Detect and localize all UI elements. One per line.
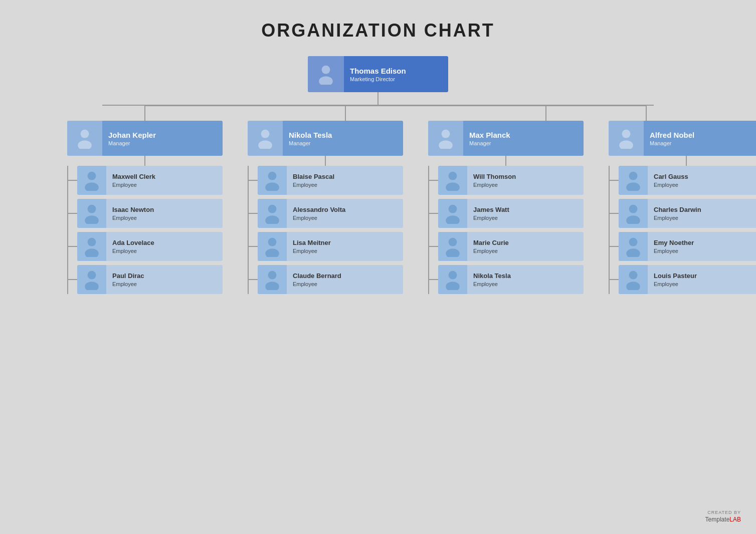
svg-point-39 xyxy=(622,130,631,138)
org-chart: Thomas Edison Marketing Director xyxy=(10,56,746,294)
emp-role-3-2: Employee xyxy=(654,248,756,254)
mgr3-emp-branch: Carl Gauss Employee Charles Da xyxy=(609,166,756,294)
branding: CREATED BY TemplateLAB xyxy=(705,509,741,524)
manager-role-0: Manager xyxy=(108,140,217,146)
manager-col-1: Nikola Tesla Manager xyxy=(248,121,403,294)
emp-hconn-0-0 xyxy=(68,180,77,181)
emp-hconn-0-3 xyxy=(68,279,77,280)
mgr1-down xyxy=(325,156,326,166)
svg-point-23 xyxy=(268,205,277,213)
emp-name-0-3: Paul Dirac xyxy=(112,272,217,281)
svg-point-19 xyxy=(261,130,270,138)
emp-item-0-3: Paul Dirac Employee xyxy=(68,265,223,294)
mgr3-emp-list: Carl Gauss Employee Charles Da xyxy=(610,166,756,294)
emp-name-1-0: Blaise Pascal xyxy=(293,173,397,181)
svg-point-26 xyxy=(265,248,279,257)
emp-card-2-2: Marie Curie Employee xyxy=(438,232,584,261)
svg-point-11 xyxy=(88,172,96,180)
emp-item-2-0: Will Thomson Employee xyxy=(429,166,584,195)
mgr0-emp-branch: Maxwell Clerk Employee xyxy=(67,166,223,294)
mgr2-emp-list: Will Thomson Employee James Wa xyxy=(429,166,584,294)
emp-role-3-3: Employee xyxy=(654,281,756,287)
emp-item-3-1: Charles Darwin Employee xyxy=(610,199,756,228)
svg-point-12 xyxy=(85,182,98,191)
emp-avatar-0-3 xyxy=(77,265,106,294)
director-card: Thomas Edison Marketing Director xyxy=(308,56,448,92)
emp-hconn-1-0 xyxy=(249,180,258,181)
svg-point-31 xyxy=(449,172,457,180)
branding-template: Template xyxy=(705,516,730,523)
manager-col-3: Alfred Nobel Manager xyxy=(609,121,756,294)
emp-card-0-0: Maxwell Clerk Employee xyxy=(77,166,223,195)
svg-point-37 xyxy=(449,271,457,280)
branding-lab: LAB xyxy=(729,516,741,523)
emp-card-2-0: Will Thomson Employee xyxy=(438,166,584,195)
emp-name-3-1: Charles Darwin xyxy=(654,206,756,214)
svg-point-25 xyxy=(268,238,277,246)
svg-point-45 xyxy=(629,238,638,246)
emp-item-1-3: Claude Bernard Employee xyxy=(249,265,403,294)
emp-hconn-3-3 xyxy=(610,279,619,280)
emp-role-1-3: Employee xyxy=(293,281,397,287)
emp-hconn-2-1 xyxy=(429,213,438,214)
emp-avatar-1-1 xyxy=(258,199,287,228)
emp-item-1-1: Alessandro Volta Employee xyxy=(249,199,403,228)
svg-point-41 xyxy=(629,172,638,180)
emp-card-3-0: Carl Gauss Employee xyxy=(619,166,756,195)
emp-hconn-1-3 xyxy=(249,279,258,280)
emp-card-2-3: Nikola Tesla Employee xyxy=(438,265,584,294)
emp-item-3-3: Louis Pasteur Employee xyxy=(610,265,756,294)
emp-role-0-2: Employee xyxy=(112,248,217,254)
emp-avatar-1-3 xyxy=(258,265,287,294)
svg-point-32 xyxy=(446,182,459,191)
manager-col-2: Max Planck Manager xyxy=(428,121,584,294)
emp-name-2-0: Will Thomson xyxy=(473,173,578,181)
emp-role-3-0: Employee xyxy=(654,182,756,188)
svg-point-13 xyxy=(88,205,96,213)
manager-role-1: Manager xyxy=(289,140,397,146)
svg-point-10 xyxy=(78,140,91,149)
mgr0-down xyxy=(144,156,145,166)
manager-role-2: Manager xyxy=(469,140,578,146)
svg-point-16 xyxy=(85,248,98,257)
emp-item-2-3: Nikola Tesla Employee xyxy=(429,265,584,294)
svg-point-17 xyxy=(88,271,96,280)
emp-item-0-2: Ada Lovelace Employee xyxy=(68,232,223,261)
emp-role-0-0: Employee xyxy=(112,182,217,188)
emp-role-2-2: Employee xyxy=(473,248,578,254)
emp-card-0-1: Isaac Newton Employee xyxy=(77,199,223,228)
emp-hconn-0-1 xyxy=(68,213,77,214)
svg-point-29 xyxy=(442,130,450,138)
emp-item-1-2: Lisa Meitner Employee xyxy=(249,232,403,261)
emp-card-0-2: Ada Lovelace Employee xyxy=(77,232,223,261)
emp-card-1-3: Claude Bernard Employee xyxy=(258,265,403,294)
svg-point-33 xyxy=(449,205,457,213)
manager-avatar-1 xyxy=(248,121,283,156)
emp-role-2-3: Employee xyxy=(473,281,578,287)
emp-avatar-2-1 xyxy=(438,199,467,228)
mgr2-emp-branch: Will Thomson Employee James Wa xyxy=(428,166,584,294)
emp-hconn-1-1 xyxy=(249,213,258,214)
svg-point-36 xyxy=(446,248,459,257)
mgr1-emp-list: Blaise Pascal Employee Alessan xyxy=(249,166,403,294)
svg-point-47 xyxy=(629,271,638,280)
emp-name-0-2: Ada Lovelace xyxy=(112,239,217,247)
svg-point-28 xyxy=(265,282,279,290)
emp-hconn-3-2 xyxy=(610,246,619,247)
emp-avatar-3-3 xyxy=(619,265,648,294)
mgr2-down xyxy=(505,156,506,166)
emp-card-0-3: Paul Dirac Employee xyxy=(77,265,223,294)
manager-avatar-0 xyxy=(67,121,102,156)
emp-avatar-3-1 xyxy=(619,199,648,228)
svg-point-14 xyxy=(85,215,98,224)
manager-card-2: Max Planck Manager xyxy=(428,121,584,156)
svg-point-21 xyxy=(268,172,277,180)
emp-role-0-3: Employee xyxy=(112,281,217,287)
emp-item-0-1: Isaac Newton Employee xyxy=(68,199,223,228)
emp-card-3-3: Louis Pasteur Employee xyxy=(619,265,756,294)
managers-row: Johan Kepler Manager xyxy=(32,121,724,294)
svg-point-30 xyxy=(439,140,452,149)
director-down-connector xyxy=(377,92,379,105)
manager-name-0: Johan Kepler xyxy=(108,130,217,140)
emp-role-1-0: Employee xyxy=(293,182,397,188)
